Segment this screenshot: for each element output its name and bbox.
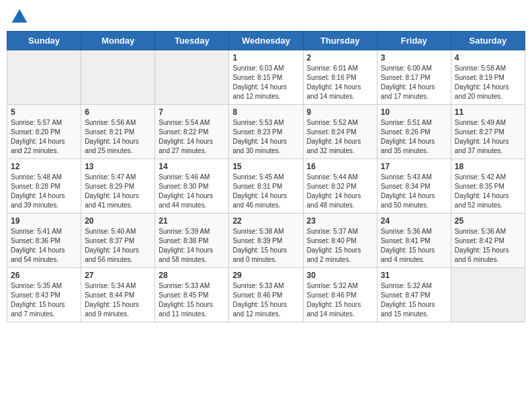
day-number: 26: [11, 271, 77, 280]
day-number: 20: [85, 216, 151, 226]
day-info: Sunrise: 5:56 AM Sunset: 8:21 PM Dayligh…: [85, 118, 151, 156]
calendar-week-row: 26Sunrise: 5:35 AM Sunset: 8:43 PM Dayli…: [7, 268, 525, 322]
calendar-day-cell: [155, 50, 229, 105]
calendar-day-cell: [451, 268, 525, 322]
day-info: Sunrise: 5:51 AM Sunset: 8:26 PM Dayligh…: [381, 118, 447, 156]
day-info: Sunrise: 5:35 AM Sunset: 8:43 PM Dayligh…: [11, 281, 77, 319]
day-number: 18: [455, 162, 521, 171]
day-number: 10: [381, 107, 447, 117]
day-number: 5: [11, 107, 77, 117]
day-info: Sunrise: 5:33 AM Sunset: 8:45 PM Dayligh…: [159, 281, 225, 319]
day-number: 8: [232, 107, 299, 117]
day-of-week-header: Tuesday: [155, 32, 229, 50]
day-info: Sunrise: 5:34 AM Sunset: 8:44 PM Dayligh…: [85, 281, 151, 319]
day-info: Sunrise: 5:54 AM Sunset: 8:22 PM Dayligh…: [159, 118, 225, 156]
calendar-day-cell: 21Sunrise: 5:39 AM Sunset: 8:38 PM Dayli…: [155, 214, 229, 268]
day-number: 4: [455, 53, 521, 62]
calendar-week-row: 1Sunrise: 6:03 AM Sunset: 8:15 PM Daylig…: [7, 50, 525, 105]
day-info: Sunrise: 6:00 AM Sunset: 8:17 PM Dayligh…: [381, 64, 447, 101]
calendar-day-cell: 19Sunrise: 5:41 AM Sunset: 8:36 PM Dayli…: [7, 214, 81, 268]
calendar-week-row: 12Sunrise: 5:48 AM Sunset: 8:28 PM Dayli…: [7, 159, 525, 214]
calendar-day-cell: 30Sunrise: 5:32 AM Sunset: 8:46 PM Dayli…: [303, 268, 377, 322]
calendar-week-row: 19Sunrise: 5:41 AM Sunset: 8:36 PM Dayli…: [7, 214, 525, 268]
calendar-day-cell: 29Sunrise: 5:33 AM Sunset: 8:46 PM Dayli…: [229, 268, 303, 322]
logo-icon: [9, 7, 30, 27]
day-number: 16: [307, 162, 373, 171]
calendar-day-cell: 18Sunrise: 5:42 AM Sunset: 8:35 PM Dayli…: [451, 159, 525, 214]
day-info: Sunrise: 5:37 AM Sunset: 8:40 PM Dayligh…: [307, 227, 373, 265]
day-of-week-header: Wednesday: [229, 32, 303, 50]
calendar-day-cell: 14Sunrise: 5:46 AM Sunset: 8:30 PM Dayli…: [155, 159, 229, 214]
day-number: 29: [232, 271, 299, 280]
calendar-day-cell: 16Sunrise: 5:44 AM Sunset: 8:32 PM Dayli…: [303, 159, 377, 214]
day-number: 2: [307, 53, 373, 62]
day-number: 21: [159, 216, 225, 226]
day-info: Sunrise: 5:40 AM Sunset: 8:37 PM Dayligh…: [85, 227, 151, 265]
day-number: 15: [232, 162, 299, 171]
calendar-day-cell: 25Sunrise: 5:36 AM Sunset: 8:42 PM Dayli…: [451, 214, 525, 268]
day-number: 27: [85, 271, 151, 280]
day-info: Sunrise: 5:53 AM Sunset: 8:23 PM Dayligh…: [232, 118, 299, 156]
calendar-day-cell: 15Sunrise: 5:45 AM Sunset: 8:31 PM Dayli…: [229, 159, 303, 214]
day-info: Sunrise: 5:45 AM Sunset: 8:31 PM Dayligh…: [232, 173, 299, 210]
calendar-day-cell: 10Sunrise: 5:51 AM Sunset: 8:26 PM Dayli…: [377, 105, 451, 159]
calendar-day-cell: 6Sunrise: 5:56 AM Sunset: 8:21 PM Daylig…: [81, 105, 155, 159]
day-number: 25: [455, 216, 521, 226]
day-header-row: SundayMondayTuesdayWednesdayThursdayFrid…: [7, 32, 525, 50]
day-number: 22: [232, 216, 299, 226]
day-number: 24: [381, 216, 447, 226]
day-of-week-header: Thursday: [303, 32, 377, 50]
day-info: Sunrise: 5:38 AM Sunset: 8:39 PM Dayligh…: [232, 227, 299, 265]
day-info: Sunrise: 5:52 AM Sunset: 8:24 PM Dayligh…: [307, 118, 373, 156]
day-number: 3: [381, 53, 447, 62]
svg-marker-0: [11, 9, 28, 23]
calendar-day-cell: 5Sunrise: 5:57 AM Sunset: 8:20 PM Daylig…: [7, 105, 81, 159]
calendar-day-cell: 1Sunrise: 6:03 AM Sunset: 8:15 PM Daylig…: [229, 50, 303, 105]
day-info: Sunrise: 5:43 AM Sunset: 8:34 PM Dayligh…: [381, 173, 447, 210]
calendar-day-cell: 4Sunrise: 5:58 AM Sunset: 8:19 PM Daylig…: [451, 50, 525, 105]
day-number: 31: [381, 271, 447, 280]
day-of-week-header: Sunday: [7, 32, 81, 50]
day-info: Sunrise: 6:01 AM Sunset: 8:16 PM Dayligh…: [307, 64, 373, 101]
calendar-day-cell: 2Sunrise: 6:01 AM Sunset: 8:16 PM Daylig…: [303, 50, 377, 105]
calendar-day-cell: 24Sunrise: 5:36 AM Sunset: 8:41 PM Dayli…: [377, 214, 451, 268]
day-info: Sunrise: 5:41 AM Sunset: 8:36 PM Dayligh…: [11, 227, 77, 265]
calendar-day-cell: 27Sunrise: 5:34 AM Sunset: 8:44 PM Dayli…: [81, 268, 155, 322]
calendar-day-cell: 23Sunrise: 5:37 AM Sunset: 8:40 PM Dayli…: [303, 214, 377, 268]
day-info: Sunrise: 5:49 AM Sunset: 8:27 PM Dayligh…: [455, 118, 521, 156]
day-info: Sunrise: 5:44 AM Sunset: 8:32 PM Dayligh…: [307, 173, 373, 210]
calendar-day-cell: 13Sunrise: 5:47 AM Sunset: 8:29 PM Dayli…: [81, 159, 155, 214]
day-of-week-header: Friday: [377, 32, 451, 50]
calendar-day-cell: 28Sunrise: 5:33 AM Sunset: 8:45 PM Dayli…: [155, 268, 229, 322]
day-info: Sunrise: 6:03 AM Sunset: 8:15 PM Dayligh…: [232, 64, 299, 101]
calendar-day-cell: 26Sunrise: 5:35 AM Sunset: 8:43 PM Dayli…: [7, 268, 81, 322]
day-info: Sunrise: 5:39 AM Sunset: 8:38 PM Dayligh…: [159, 227, 225, 265]
day-of-week-header: Monday: [81, 32, 155, 50]
calendar-day-cell: 3Sunrise: 6:00 AM Sunset: 8:17 PM Daylig…: [377, 50, 451, 105]
day-info: Sunrise: 5:48 AM Sunset: 8:28 PM Dayligh…: [11, 173, 77, 210]
calendar-table: SundayMondayTuesdayWednesdayThursdayFrid…: [7, 31, 525, 322]
day-info: Sunrise: 5:32 AM Sunset: 8:47 PM Dayligh…: [381, 281, 447, 319]
day-number: 7: [159, 107, 225, 117]
day-number: 30: [307, 271, 373, 280]
day-number: 13: [85, 162, 151, 171]
day-info: Sunrise: 5:46 AM Sunset: 8:30 PM Dayligh…: [159, 173, 225, 210]
day-info: Sunrise: 5:32 AM Sunset: 8:46 PM Dayligh…: [307, 281, 373, 319]
calendar-day-cell: 8Sunrise: 5:53 AM Sunset: 8:23 PM Daylig…: [229, 105, 303, 159]
day-number: 17: [381, 162, 447, 171]
calendar-day-cell: 31Sunrise: 5:32 AM Sunset: 8:47 PM Dayli…: [377, 268, 451, 322]
calendar-day-cell: [81, 50, 155, 105]
day-number: 9: [307, 107, 373, 117]
calendar-day-cell: 11Sunrise: 5:49 AM Sunset: 8:27 PM Dayli…: [451, 105, 525, 159]
day-info: Sunrise: 5:36 AM Sunset: 8:41 PM Dayligh…: [381, 227, 447, 265]
calendar-week-row: 5Sunrise: 5:57 AM Sunset: 8:20 PM Daylig…: [7, 105, 525, 159]
day-number: 28: [159, 271, 225, 280]
day-number: 23: [307, 216, 373, 226]
day-info: Sunrise: 5:33 AM Sunset: 8:46 PM Dayligh…: [232, 281, 299, 319]
calendar-day-cell: 12Sunrise: 5:48 AM Sunset: 8:28 PM Dayli…: [7, 159, 81, 214]
calendar-day-cell: 17Sunrise: 5:43 AM Sunset: 8:34 PM Dayli…: [377, 159, 451, 214]
calendar-day-cell: 22Sunrise: 5:38 AM Sunset: 8:39 PM Dayli…: [229, 214, 303, 268]
day-of-week-header: Saturday: [451, 32, 525, 50]
day-number: 14: [159, 162, 225, 171]
calendar-day-cell: 7Sunrise: 5:54 AM Sunset: 8:22 PM Daylig…: [155, 105, 229, 159]
